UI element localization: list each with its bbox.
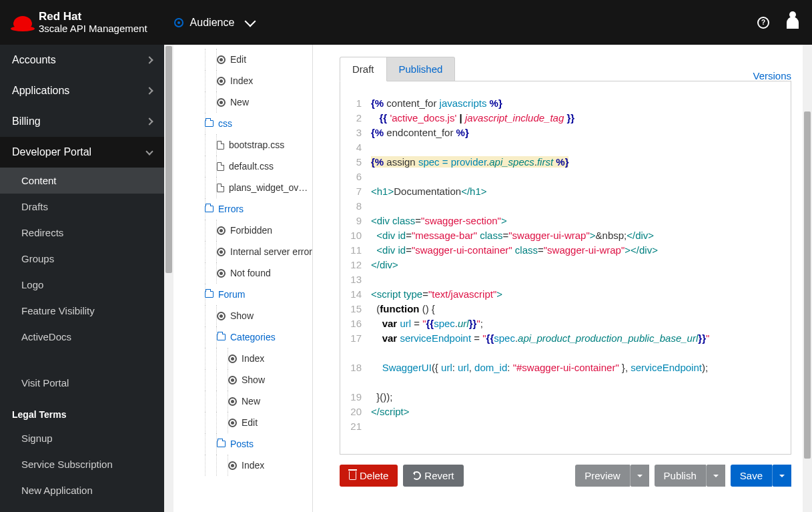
revert-icon: [412, 471, 421, 480]
tree-item[interactable]: Errors: [173, 198, 312, 220]
save-dropdown[interactable]: [772, 465, 791, 487]
logo: Red Hat 3scale API Management: [13, 11, 147, 34]
save-group: Save: [731, 465, 791, 487]
line-gutter: 123456789101112131415161718192021: [340, 81, 366, 454]
sidebar: AccountsApplicationsBillingDeveloper Por…: [0, 45, 164, 512]
gear-icon: [217, 55, 226, 64]
caret-down-icon: [713, 475, 719, 480]
sidebar-sub-new-application[interactable]: New Application: [0, 477, 164, 503]
tree-label: Errors: [218, 204, 244, 214]
tree-item[interactable]: Index: [173, 348, 312, 369]
caret-down-icon: [637, 475, 643, 480]
gear-icon: [217, 226, 226, 235]
tree-item[interactable]: default.css: [173, 156, 312, 177]
sidebar-item-billing[interactable]: Billing: [0, 106, 164, 137]
sidebar-scrollbar[interactable]: [164, 45, 173, 512]
tree-label: Not found: [230, 268, 271, 278]
tree-item[interactable]: Not found: [173, 262, 312, 284]
tree-label: New: [230, 97, 249, 107]
help-icon[interactable]: ?: [757, 17, 769, 29]
tree-item[interactable]: Categories: [173, 326, 312, 348]
sidebar-sub-activedocs[interactable]: ActiveDocs: [0, 324, 164, 350]
sidebar-sub-logo[interactable]: Logo: [0, 272, 164, 298]
tree-label: Index: [242, 353, 264, 364]
tree-item[interactable]: Internal server error: [173, 241, 312, 262]
visit-portal-link[interactable]: Visit Portal: [0, 370, 164, 396]
context-selector[interactable]: Audience: [174, 17, 255, 29]
user-icon[interactable]: [787, 17, 799, 29]
code-editor[interactable]: 123456789101112131415161718192021 {% con…: [340, 81, 791, 455]
tree-label: default.css: [229, 161, 274, 172]
tree-label: Internal server error: [230, 246, 312, 257]
sidebar-sub-drafts[interactable]: Drafts: [0, 194, 164, 220]
tree-label: Forum: [218, 289, 245, 300]
tree-item[interactable]: Edit: [173, 412, 312, 433]
preview-dropdown[interactable]: [630, 465, 649, 487]
gear-icon: [217, 312, 226, 320]
caret-down-icon: [779, 475, 785, 480]
tree-label: Show: [242, 374, 265, 385]
sidebar-sub-service-subscription[interactable]: Service Subscription: [0, 451, 164, 477]
brand-bottom: 3scale API Management: [39, 23, 147, 35]
sidebar-item-applications[interactable]: Applications: [0, 75, 164, 106]
sidebar-sub-content[interactable]: Content: [0, 168, 164, 194]
tree-item[interactable]: Forum: [173, 284, 312, 305]
tree-item[interactable]: Forbidden: [173, 220, 312, 241]
gear-icon: [217, 248, 226, 256]
revert-button[interactable]: Revert: [403, 465, 463, 487]
tree-label: css: [218, 118, 232, 129]
delete-button[interactable]: Delete: [340, 465, 398, 487]
chevron-icon: [145, 148, 153, 155]
app-header: Red Hat 3scale API Management Audience ?: [0, 0, 812, 45]
redhat-icon: [13, 16, 32, 29]
tab-draft[interactable]: Draft: [340, 57, 387, 81]
tab-published[interactable]: Published: [387, 57, 456, 81]
tree-label: Show: [230, 310, 254, 321]
publish-dropdown[interactable]: [706, 465, 725, 487]
tree-label: New: [242, 396, 260, 407]
tree-item[interactable]: New: [173, 91, 312, 113]
tree-label: Forbidden: [230, 225, 272, 236]
main-scrollbar[interactable]: [803, 45, 812, 512]
folder-open-icon: [217, 334, 226, 340]
file-tree: EditIndexNewcssbootstrap.cssdefault.cssp…: [173, 45, 313, 512]
preview-group: Preview: [575, 465, 649, 487]
chevron-down-icon: [245, 15, 256, 27]
tree-item[interactable]: Posts: [173, 433, 312, 455]
tree-item[interactable]: css: [173, 113, 312, 134]
gear-icon: [228, 461, 237, 470]
gear-icon: [228, 354, 237, 363]
gear-icon: [228, 376, 237, 385]
sidebar-item-accounts[interactable]: Accounts: [0, 45, 164, 75]
sidebar-sub-feature-visibility[interactable]: Feature Visibility: [0, 298, 164, 324]
gear-icon: [217, 77, 226, 85]
chevron-icon: [145, 56, 153, 63]
tree-item[interactable]: New: [173, 391, 312, 412]
code-content[interactable]: {% content_for javascripts %} {{ 'active…: [366, 81, 791, 454]
tree-item[interactable]: Show: [173, 369, 312, 391]
folder-open-icon: [205, 206, 214, 212]
editor-panel: DraftPublished Versions 1234567891011121…: [313, 45, 805, 512]
file-icon: [217, 184, 224, 192]
sidebar-sub-groups[interactable]: Groups: [0, 246, 164, 272]
sidebar-item-developer-portal[interactable]: Developer Portal: [0, 137, 164, 168]
save-button[interactable]: Save: [731, 465, 772, 487]
sidebar-sub-redirects[interactable]: Redirects: [0, 220, 164, 246]
tree-item[interactable]: Edit: [173, 49, 312, 70]
editor-tabs: DraftPublished: [340, 57, 455, 81]
brand-top: Red Hat: [39, 11, 147, 23]
tree-item[interactable]: plans_widget_overri...: [173, 177, 312, 198]
tree-item[interactable]: Show: [173, 305, 312, 326]
sidebar-sub-signup[interactable]: Signup: [0, 425, 164, 451]
preview-button[interactable]: Preview: [575, 465, 629, 487]
tree-label: Edit: [242, 417, 258, 428]
audience-icon: [174, 18, 183, 27]
publish-button[interactable]: Publish: [655, 465, 706, 487]
gear-icon: [228, 397, 237, 406]
tree-item[interactable]: Index: [173, 70, 312, 91]
tree-label: Index: [242, 460, 264, 471]
versions-link[interactable]: Versions: [753, 70, 791, 81]
tree-item[interactable]: bootstrap.css: [173, 134, 312, 156]
tree-item[interactable]: Index: [173, 455, 312, 476]
tree-label: plans_widget_overri...: [229, 182, 312, 193]
